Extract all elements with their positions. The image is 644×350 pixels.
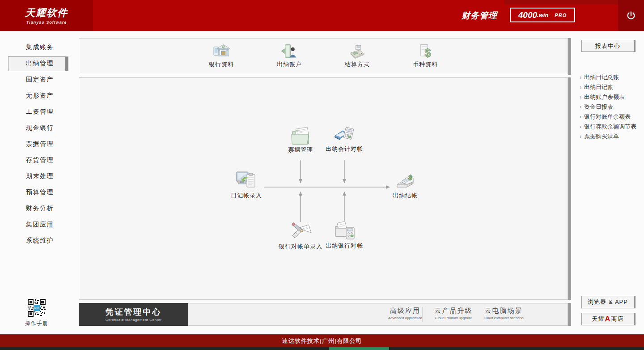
feature-separator [422, 307, 423, 322]
sidebar-item-label: 无形资产 [0, 92, 54, 100]
report-link-label: 票据购买清单 [584, 132, 619, 141]
sidebar-item-period-end[interactable]: 期末处理 [0, 168, 79, 184]
taskbar-green-segment [329, 347, 389, 350]
report-link-bank-deposit-reconciliation[interactable]: ›银行存款余额调节表 [580, 122, 642, 132]
toolbar-item-label: 币种资料 [411, 60, 439, 68]
report-link-label: 出纳账户余额表 [584, 93, 625, 101]
browser-app-button-label: 浏览器 & APP [588, 298, 628, 306]
bottom-strip-panel: 凭证管理中心 Certificate Management Center 高级应… [79, 303, 568, 326]
sidebar-item-label: 系统维护 [0, 237, 54, 245]
flow-node-label: 日记帐录入 [217, 192, 275, 200]
sidebar-item-cash-bank[interactable]: 现金银行 [0, 120, 79, 136]
sidebar-item-label: 出纳管理 [8, 60, 54, 68]
sidebar-item-group-apps[interactable]: 集团应用 [0, 217, 79, 233]
toolbar-panel: 银行资料 出纳账户 [79, 38, 568, 74]
flow-node-cashier-closing[interactable]: $ 出纳结帐 [376, 170, 434, 200]
power-icon [626, 11, 636, 21]
sidebar-item-budget[interactable]: 预算管理 [0, 184, 79, 201]
manual-qr-block: 财务 操作手册 [21, 299, 52, 327]
toolbar-scrollbar[interactable] [568, 38, 571, 75]
store-label-a: A [605, 315, 610, 324]
sidebar-item-fixed-assets[interactable]: 固定资产 [0, 72, 79, 88]
manual-label: 操作手册 [21, 320, 52, 327]
flowchart-scrollbar[interactable] [568, 77, 571, 300]
tianyao-store-button[interactable]: 天耀A商店 [581, 313, 636, 325]
report-link-label: 银行对账单余额表 [584, 113, 631, 121]
certificate-center-banner[interactable]: 凭证管理中心 Certificate Management Center [79, 303, 188, 326]
feature-cloud-computer-scenario[interactable]: 云电脑场景 Cloud computer scenario [475, 307, 533, 320]
sidebar-item-system-maintenance[interactable]: 系统维护 [0, 233, 79, 249]
report-link-label: 银行存款余额调节表 [584, 123, 636, 131]
left-sidebar: 集成账务 出纳管理 固定资产 无形资产 工资管理 现金银行 票据管理 存货管理 … [0, 39, 79, 249]
feature-subtitle: Cloud computer scenario [475, 316, 533, 320]
sidebar-item-label: 工资管理 [0, 108, 54, 116]
report-link-daily-funds-report[interactable]: ›资金日报表 [580, 102, 642, 112]
store-label-prefix: 天耀 [592, 315, 604, 323]
version-domain: .win [537, 12, 548, 18]
chevron-right-icon: › [580, 104, 581, 110]
toolbar-item-label: 出纳账户 [275, 60, 303, 68]
cashier-account-icon [280, 44, 299, 59]
report-link-cashier-journal-general-ledger[interactable]: ›出纳日记总账 [580, 73, 642, 82]
report-link-label: 出纳日记账 [584, 83, 613, 91]
taskbar-edge [0, 347, 644, 350]
currency-info-icon: $ [416, 44, 435, 59]
toolbar-item-bank-info[interactable]: 银行资料 [208, 44, 235, 68]
report-links: ›出纳日记总账 ›出纳日记账 ›出纳账户余额表 ›资金日报表 ›银行对账单余额表… [580, 73, 642, 141]
version-badge: 4000.win PRO [510, 8, 575, 22]
qr-code: 财务 [28, 299, 46, 317]
sidebar-item-label: 集成账务 [0, 43, 54, 51]
accounting-reconcile-icon [333, 124, 356, 144]
power-button[interactable] [618, 0, 644, 31]
chevron-right-icon: › [580, 94, 581, 100]
report-link-label: 出纳日记总账 [584, 73, 619, 81]
footer-bar: 速达软件技术(广州)有限公司 [0, 334, 644, 347]
sidebar-item-inventory[interactable]: 存货管理 [0, 152, 79, 168]
module-title: 财务管理 [462, 10, 497, 21]
sidebar-item-label: 存货管理 [0, 156, 54, 164]
feature-title: 云电脑场景 [475, 307, 533, 315]
certificate-center-subtitle: Certificate Management Center [79, 318, 188, 322]
report-link-bank-statement-balance[interactable]: ›银行对账单余额表 [580, 112, 642, 122]
logo-subtitle: Tianyao Software [0, 20, 93, 25]
toolbar-item-label: 银行资料 [208, 60, 235, 68]
browser-app-button[interactable]: 浏览器 & APP [581, 296, 636, 308]
flow-node-cashier-bank-reconcile[interactable]: 出纳银行对帐 [315, 220, 373, 250]
cashier-closing-icon: $ [394, 170, 417, 191]
sidebar-item-financial-analysis[interactable]: 财务分析 [0, 201, 79, 217]
flow-node-cashier-accounting-reconcile[interactable]: 出纳会计对帐 [315, 124, 373, 153]
version-number: 4000 [518, 10, 537, 20]
svg-text:$: $ [424, 47, 431, 59]
toolbar-item-cashier-account[interactable]: 出纳账户 [275, 44, 303, 68]
flow-node-label: 出纳银行对帐 [315, 242, 373, 250]
chevron-right-icon: › [580, 84, 581, 90]
toolbar-item-currency-info[interactable]: $ 币种资料 [411, 44, 439, 68]
toolbar-item-settlement-method[interactable]: 结算方式 [343, 44, 371, 68]
feature-cloud-product-upgrade[interactable]: 云产品升级 Cloud Product upgrade [424, 307, 483, 320]
bottom-strip-scrollbar[interactable] [568, 303, 571, 326]
footer-company: 速达软件技术(广州)有限公司 [282, 337, 362, 345]
sidebar-item-cashier-management[interactable]: 出纳管理 [0, 55, 79, 72]
flow-node-journal-entry[interactable]: 日记帐录入 [217, 170, 275, 200]
report-link-label: 资金日报表 [584, 103, 613, 111]
report-center-button[interactable]: 报表中心 [581, 40, 636, 52]
sidebar-item-bills[interactable]: 票据管理 [0, 136, 79, 152]
sidebar-item-integrated-accounting[interactable]: 集成账务 [0, 39, 79, 55]
report-link-cashier-journal[interactable]: ›出纳日记账 [580, 82, 642, 92]
journal-entry-icon [235, 170, 258, 191]
sidebar-item-payroll[interactable]: 工资管理 [0, 104, 79, 120]
sidebar-item-intangible-assets[interactable]: 无形资产 [0, 88, 79, 104]
sidebar-selected-bar [65, 57, 68, 71]
app-header: 天耀软件 Tianyao Software 财务管理 4000.win PRO [0, 0, 644, 31]
bills-folder-icon [289, 125, 312, 145]
report-center-button-label: 报表中心 [595, 42, 620, 50]
sidebar-selected-box: 出纳管理 [8, 56, 68, 71]
flow-node-label: 出纳会计对帐 [315, 145, 373, 153]
sidebar-item-label: 期末处理 [0, 172, 54, 180]
flowchart-panel: 票据管理 出纳会计对帐 [79, 77, 568, 300]
report-link-bill-purchase-list[interactable]: ›票据购买清单 [580, 132, 642, 141]
qr-center-badge: 财务 [34, 305, 40, 311]
report-link-cashier-account-balance[interactable]: ›出纳账户余额表 [580, 92, 642, 102]
flow-node-label: 出纳结帐 [376, 192, 434, 200]
chevron-right-icon: › [580, 114, 581, 120]
